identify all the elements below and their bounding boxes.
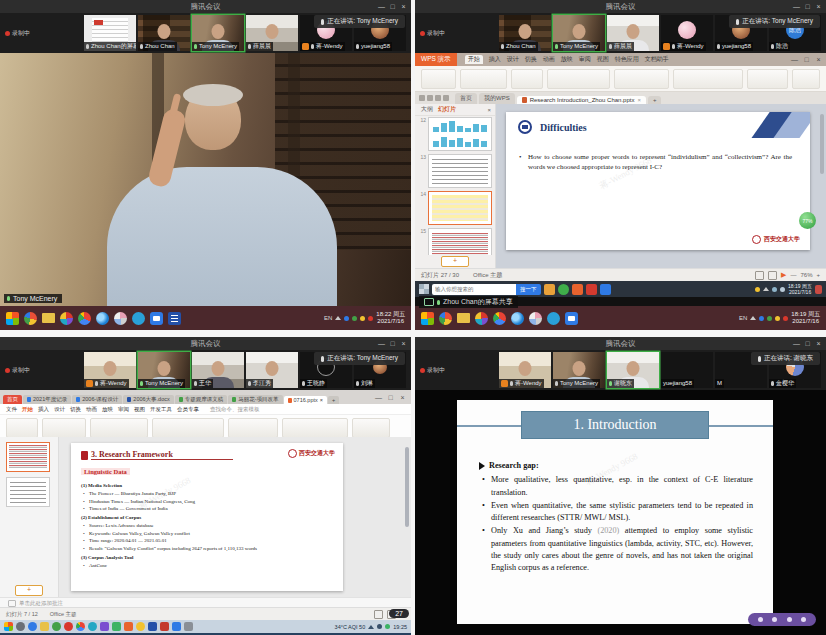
ribbon-tab[interactable]: 会员专享 xyxy=(177,406,199,413)
tray-icon[interactable] xyxy=(775,316,780,321)
ribbon-tab[interactable]: 设计 xyxy=(507,55,519,64)
doc-tab[interactable]: 2006大事.docx xyxy=(123,395,173,404)
ribbon-tool-group[interactable] xyxy=(421,69,456,89)
file-explorer-icon[interactable] xyxy=(42,313,55,323)
toolbar-icon[interactable] xyxy=(801,617,806,622)
doc-tab-mywps[interactable]: 我的WPS xyxy=(479,93,515,104)
wps-close-button[interactable]: × xyxy=(813,53,824,66)
participant-tile[interactable]: 李江秀 xyxy=(246,352,298,388)
ribbon-tool-group[interactable] xyxy=(282,418,348,438)
participant-tile-active-speaker[interactable]: Tony McEnery xyxy=(138,352,190,388)
ribbon-tab[interactable]: 开发工具 xyxy=(150,406,172,413)
slide-thumb-14-selected[interactable]: 14 xyxy=(418,191,492,225)
search-input[interactable] xyxy=(432,284,516,295)
ribbon-tab[interactable]: 视图 xyxy=(134,406,145,413)
wps-minimize-button[interactable]: — xyxy=(789,53,800,66)
slide-thumb[interactable] xyxy=(6,477,50,507)
wps-restore-button[interactable]: □ xyxy=(801,53,812,66)
weather-widget[interactable]: 34°C AQI 50 xyxy=(335,624,366,630)
taskbar-search[interactable]: 搜一下 xyxy=(432,284,541,295)
tray-icon[interactable] xyxy=(780,287,785,292)
wps-close-button[interactable]: × xyxy=(397,391,408,404)
doc-tab[interactable]: 2006-课程设计 xyxy=(72,395,122,404)
edge-icon[interactable] xyxy=(511,312,524,325)
ribbon-tab[interactable]: 文档助手 xyxy=(645,55,669,64)
start-button-icon[interactable] xyxy=(419,284,429,294)
ribbon-tab[interactable]: 切换 xyxy=(525,55,537,64)
start-button-icon[interactable] xyxy=(6,312,19,325)
add-slide-button[interactable]: + xyxy=(15,585,43,596)
minimize-button[interactable]: — xyxy=(791,337,802,350)
ribbon-tab[interactable]: 插入 xyxy=(38,406,49,413)
panel-close-icon[interactable]: × xyxy=(487,107,495,113)
participant-tile-active-speaker[interactable]: Tony McEnery xyxy=(192,15,244,51)
tray-icon[interactable] xyxy=(772,287,777,292)
ribbon-tool-group[interactable] xyxy=(460,69,507,89)
ribbon-tab[interactable]: 插入 xyxy=(489,55,501,64)
taskbar-clock[interactable]: 18:22 周五2021/7/16 xyxy=(376,311,405,325)
ribbon-tool-group[interactable] xyxy=(352,418,390,438)
chrome-icon[interactable] xyxy=(78,312,91,325)
ribbon-tool-group[interactable] xyxy=(511,69,542,89)
tencent-meeting-icon[interactable] xyxy=(150,312,163,325)
ribbon-tool-group[interactable] xyxy=(42,418,86,438)
doc-tab[interactable]: 2021年度记录 xyxy=(23,395,71,404)
tray-icon[interactable] xyxy=(783,316,788,321)
start-button-icon[interactable] xyxy=(421,312,434,325)
tray-expand-icon[interactable] xyxy=(335,316,341,320)
tray-icon[interactable] xyxy=(352,316,357,321)
notification-icon[interactable] xyxy=(815,285,822,294)
taskbar-clock[interactable]: 18:19 周五2021/7/16 xyxy=(791,311,820,325)
tray-expand-icon[interactable] xyxy=(750,316,756,320)
slideshow-play-icon[interactable]: ▶ xyxy=(781,271,786,279)
ribbon-tool-group[interactable] xyxy=(673,69,744,89)
ribbon-tab[interactable]: 设计 xyxy=(54,406,65,413)
participant-tile[interactable]: Tony McEnery xyxy=(553,352,605,388)
view-normal-icon[interactable] xyxy=(755,271,764,280)
edge-icon[interactable] xyxy=(96,312,109,325)
app-icon[interactable] xyxy=(64,622,73,631)
tray-icon[interactable] xyxy=(377,624,382,629)
app-icon[interactable] xyxy=(475,312,488,325)
participant-tile[interactable]: Zhou Chan xyxy=(499,15,551,51)
tab-close-icon[interactable]: × xyxy=(637,97,641,103)
slides-tab[interactable]: 幻灯片 xyxy=(438,105,456,114)
app-icon[interactable] xyxy=(136,622,145,631)
taskbar-clock[interactable]: 18:19 周五2021/7/16 xyxy=(788,283,812,295)
tencent-meeting-icon[interactable] xyxy=(172,622,181,631)
app-icon[interactable] xyxy=(558,284,569,295)
restore-button[interactable]: □ xyxy=(802,0,813,13)
tencent-meeting-icon[interactable] xyxy=(565,312,578,325)
slide-thumb-selected[interactable] xyxy=(6,442,50,472)
ribbon-tab-home[interactable]: 开始 xyxy=(465,55,483,64)
toolbar-icon[interactable] xyxy=(758,617,763,622)
weather-icon[interactable] xyxy=(755,287,760,292)
browser-icon[interactable] xyxy=(547,312,560,325)
restore-button[interactable]: □ xyxy=(387,337,398,350)
participant-tile[interactable]: yuejiang58 xyxy=(661,352,713,388)
input-language-indicator[interactable]: EN xyxy=(739,315,747,321)
add-slide-button[interactable]: + xyxy=(441,256,469,267)
file-explorer-icon[interactable] xyxy=(40,622,49,631)
close-button[interactable]: × xyxy=(813,0,824,13)
participant-tile-screenshare[interactable]: Zhou Chan的屏幕共享 xyxy=(84,15,136,51)
quick-access-toolbar[interactable] xyxy=(419,92,449,104)
tray-icon[interactable] xyxy=(385,624,390,629)
ribbon-tool-group[interactable] xyxy=(228,418,278,438)
ribbon-tab[interactable]: 切换 xyxy=(70,406,81,413)
app-icon[interactable] xyxy=(28,622,37,631)
ribbon-tool-group[interactable] xyxy=(614,69,669,89)
app-icon[interactable] xyxy=(60,312,73,325)
new-tab-button[interactable]: + xyxy=(328,396,339,404)
participant-tile[interactable]: 蒋-Wendy xyxy=(84,352,136,388)
app-icon[interactable] xyxy=(24,312,37,325)
ribbon-tool-group[interactable] xyxy=(792,69,820,89)
toolbar-icon[interactable] xyxy=(787,617,792,622)
search-icon[interactable] xyxy=(16,622,25,631)
command-search[interactable]: 查找命令、搜索模板 xyxy=(210,406,260,413)
zoom-out-button[interactable]: — xyxy=(790,272,796,278)
minimize-button[interactable]: — xyxy=(376,0,387,13)
tray-icon[interactable] xyxy=(360,316,365,321)
participant-tile[interactable]: 蒋-Wendy xyxy=(661,15,713,51)
folder-icon[interactable] xyxy=(544,284,555,295)
